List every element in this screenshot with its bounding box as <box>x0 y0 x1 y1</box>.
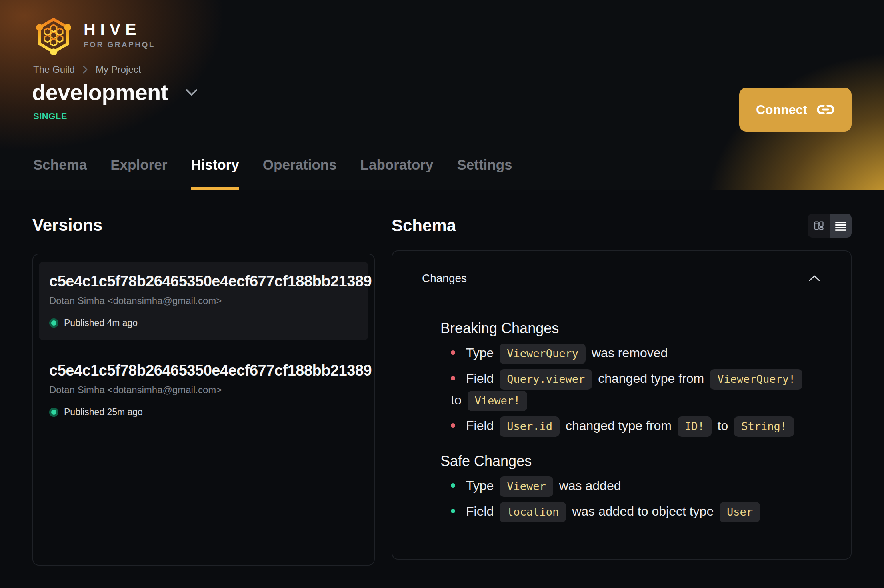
version-author: Dotan Simha <dotansimha@gmail.com> <box>49 295 358 306</box>
columns-view-icon <box>813 220 825 232</box>
safe-changes-title: Safe Changes <box>440 453 821 470</box>
brand-tagline: FOR GRAPHQL <box>84 41 155 48</box>
versions-title: Versions <box>32 216 375 235</box>
version-author: Dotan Simha <dotansimha@gmail.com> <box>49 384 358 396</box>
change-item: Type Viewer was added <box>451 475 820 497</box>
schema-column: Schema <box>392 190 852 566</box>
breaking-changes-list: Type ViewerQuery was removedField Query.… <box>451 342 820 437</box>
breadcrumb-org[interactable]: The Guild <box>33 64 75 75</box>
page-header: HIVE FOR GRAPHQL The Guild My Project de… <box>0 0 884 190</box>
target-selector[interactable]: development <box>32 79 198 105</box>
connect-button[interactable]: Connect <box>739 88 852 132</box>
tab-explorer[interactable]: Explorer <box>110 157 167 190</box>
tab-settings[interactable]: Settings <box>457 157 512 190</box>
version-status-text: Published 4m ago <box>64 318 138 328</box>
code-chip: Viewer! <box>468 391 528 411</box>
code-chip: Viewer <box>500 476 553 497</box>
versions-list: c5e4c1c5f78b26465350e4ecf677cf188bb21389… <box>32 254 375 566</box>
bullet-icon <box>451 509 455 513</box>
link-icon <box>816 100 835 119</box>
bullet-icon <box>451 376 455 380</box>
breadcrumb: The Guild My Project <box>33 64 141 75</box>
chevron-right-icon <box>82 64 88 75</box>
code-chip: ViewerQuery! <box>710 369 802 390</box>
code-chip: String! <box>734 416 794 437</box>
code-chip: location <box>500 502 566 522</box>
tab-laboratory[interactable]: Laboratory <box>360 157 434 190</box>
hive-logo-icon <box>33 14 74 55</box>
target-type-badge: SINGLE <box>33 111 67 122</box>
change-item: Type ViewerQuery was removed <box>451 342 820 364</box>
view-mode-toggle <box>808 214 852 238</box>
code-chip: Query.viewer <box>500 369 592 390</box>
version-hash: c5e4c1c5f78b26465350e4ecf677cf188bb21389 <box>49 362 358 379</box>
list-view-icon <box>835 220 847 232</box>
code-chip: User.id <box>500 416 560 437</box>
code-chip: ViewerQuery <box>500 344 586 364</box>
breaking-changes-title: Breaking Changes <box>440 320 821 337</box>
changes-title: Changes <box>422 272 467 285</box>
changes-panel: Changes Breaking Changes Type ViewerQuer… <box>392 250 852 560</box>
list-view-button[interactable] <box>830 214 852 238</box>
columns-view-button[interactable] <box>808 214 830 238</box>
code-chip: User <box>720 502 760 522</box>
main-content: Versions c5e4c1c5f78b26465350e4ecf677cf1… <box>0 190 884 566</box>
safe-changes-list: Type Viewer was addedField location was … <box>451 475 820 522</box>
schema-title: Schema <box>392 216 456 235</box>
bullet-icon <box>451 483 455 488</box>
change-item: Field User.id changed type from ID! to S… <box>451 415 820 437</box>
bullet-icon <box>451 350 455 355</box>
changes-collapse-header[interactable]: Changes <box>422 272 821 285</box>
chevron-up-icon <box>808 274 821 282</box>
breadcrumb-project[interactable]: My Project <box>96 64 141 75</box>
code-chip: ID! <box>678 416 712 437</box>
brand-logo[interactable]: HIVE FOR GRAPHQL <box>33 14 155 55</box>
schema-header: Schema <box>392 214 852 238</box>
versions-column: Versions c5e4c1c5f78b26465350e4ecf677cf1… <box>32 190 375 566</box>
brand-text: HIVE FOR GRAPHQL <box>84 21 155 48</box>
tab-schema[interactable]: Schema <box>33 157 87 190</box>
version-item[interactable]: c5e4c1c5f78b26465350e4ecf677cf188bb21389… <box>39 351 368 430</box>
version-hash: c5e4c1c5f78b26465350e4ecf677cf188bb21389 <box>49 273 358 290</box>
version-status-text: Published 25m ago <box>64 407 143 418</box>
brand-name: HIVE <box>84 21 155 38</box>
version-item[interactable]: c5e4c1c5f78b26465350e4ecf677cf188bb21389… <box>39 262 368 340</box>
published-dot-icon <box>49 318 58 328</box>
published-dot-icon <box>49 408 58 417</box>
tab-operations[interactable]: Operations <box>263 157 337 190</box>
change-item: Field Query.viewer changed type from Vie… <box>451 368 820 411</box>
tabs: SchemaExplorerHistoryOperationsLaborator… <box>33 157 512 190</box>
tab-history[interactable]: History <box>191 157 239 190</box>
change-item: Field location was added to object type … <box>451 501 820 522</box>
connect-button-label: Connect <box>756 102 807 117</box>
chevron-down-icon <box>185 88 198 97</box>
version-status: Published 4m ago <box>49 318 358 328</box>
page-title: development <box>32 79 168 105</box>
bullet-icon <box>451 423 455 428</box>
version-status: Published 25m ago <box>49 407 358 418</box>
